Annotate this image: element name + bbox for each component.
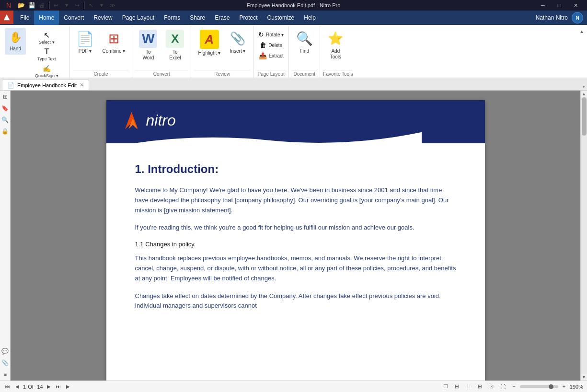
menu-file[interactable]: File	[15, 11, 34, 25]
title-bar-left: N 📂 💾 🖨 ↩ ▾ ↪ ↖ ▾ ≫	[4, 0, 117, 10]
play-button[interactable]: ▶	[64, 383, 72, 391]
to-excel-icon: X	[166, 30, 184, 48]
find-button[interactable]: 🔍 Find	[292, 28, 317, 56]
current-page: 1	[23, 384, 26, 390]
search-sidebar-icon[interactable]: 🔍	[1, 115, 10, 124]
pages-icon[interactable]: ⊞	[1, 92, 10, 101]
select-button[interactable]: ↖ Select ▾	[27, 30, 67, 46]
print-icon[interactable]: 🖨	[37, 0, 47, 10]
to-excel-button[interactable]: X ToExcel	[162, 28, 188, 63]
add-tools-button[interactable]: ⭐ AddTools	[323, 28, 348, 62]
undo-icon[interactable]: ↩	[51, 0, 61, 10]
menu-forms[interactable]: Forms	[159, 11, 185, 25]
scroll-thumb[interactable]	[582, 97, 587, 136]
pdf-button[interactable]: 📄 PDF ▾	[73, 28, 98, 56]
annotation-icon[interactable]: 💬	[1, 347, 10, 356]
combine-label: Combine ▾	[103, 48, 126, 54]
insert-button[interactable]: 📎 Insert ▾	[225, 28, 250, 56]
quick-access-toolbar: 📂 💾 🖨 ↩ ▾ ↪ ↖ ▾ ≫	[16, 0, 117, 10]
menu-customize[interactable]: Customize	[263, 11, 299, 25]
save-icon[interactable]: 💾	[27, 0, 36, 10]
rotate-icon: ↻	[258, 31, 264, 38]
menu-share[interactable]: Share	[185, 11, 210, 25]
minimize-button[interactable]: ─	[535, 0, 551, 11]
pointer-icon[interactable]: ↖	[86, 0, 96, 10]
right-scrollbar[interactable]: ▲ ▼	[580, 91, 587, 380]
view-fit-button[interactable]: ⊡	[487, 382, 496, 391]
add-tools-icon: ⭐	[327, 30, 344, 47]
open-icon[interactable]: 📂	[16, 0, 26, 10]
ribbon: ✋ Hand ↖ Select ▾ T Type Text ✍ Qu	[0, 25, 587, 78]
view-scroll-button[interactable]: ≡	[464, 382, 473, 391]
ribbon-collapse-button[interactable]: ▲	[578, 28, 585, 35]
left-sidebar: ⊞ 🔖 🔍 🔒 💬 📎 ≡	[0, 91, 11, 380]
to-word-button[interactable]: W ToWord	[135, 28, 161, 63]
delete-btn[interactable]: 🗑 Delete	[256, 40, 286, 50]
customize-icon[interactable]: ≫	[107, 0, 117, 10]
maximize-button[interactable]: □	[552, 0, 567, 11]
extract-button[interactable]: 📤 Extract	[256, 51, 286, 60]
view-two-page-button[interactable]: ⊟	[453, 382, 461, 391]
doc-para4: Changes take effect on dates determined …	[135, 291, 456, 311]
bookmark-icon[interactable]: 🔖	[1, 104, 10, 113]
status-right: ☐ ⊟ ≡ ⊞ ⊡ ⛶ − + 190%	[441, 382, 583, 391]
favorite-tools-group-items: ⭐ AddTools	[323, 28, 353, 69]
menu-page-layout[interactable]: Page Layout	[117, 11, 159, 25]
menu-help[interactable]: Help	[299, 11, 321, 25]
combine-button[interactable]: ⊞ Combine ▾	[99, 28, 129, 56]
zoom-thumb	[549, 384, 553, 389]
ribbon-minimize-arrow[interactable]: ▾	[583, 84, 585, 90]
document-tab[interactable]: 📄 Employee Handbook Edit ✕	[2, 80, 89, 90]
menu-protect[interactable]: Protect	[235, 11, 263, 25]
quicksign-icon: ✍	[42, 64, 51, 73]
doc-para3: This handbook replaces previous employee…	[135, 254, 456, 283]
find-label: Find	[300, 48, 309, 54]
menu-erase[interactable]: Erase	[210, 11, 234, 25]
delete-label: Delete	[268, 43, 282, 48]
last-page-button[interactable]: ⏭	[55, 383, 62, 391]
rotate-button[interactable]: ↻ Rotate ▾	[256, 30, 286, 39]
scroll-up-arrow[interactable]: ▲	[581, 91, 587, 97]
next-page-button[interactable]: ▶	[45, 383, 53, 391]
lock-icon[interactable]: 🔒	[1, 127, 10, 136]
type-text-button[interactable]: T Type Text	[27, 46, 67, 62]
status-bar: ⏮ ◀ 1 OF 14 ▶ ⏭ ▶ ☐ ⊟ ≡ ⊞ ⊡ ⛶ − + 190%	[0, 380, 587, 392]
to-excel-label: ToExcel	[169, 49, 181, 61]
menu-review[interactable]: Review	[89, 11, 117, 25]
quicksign-button[interactable]: ✍ QuickSign ▾	[27, 63, 67, 79]
close-button[interactable]: ✕	[568, 0, 583, 11]
view-facing-button[interactable]: ⊞	[476, 382, 484, 391]
zoom-out-button[interactable]: −	[510, 383, 518, 391]
scroll-down-arrow[interactable]: ▼	[581, 374, 587, 380]
redo-icon[interactable]: ↪	[72, 0, 82, 10]
scroll-track[interactable]	[581, 97, 587, 374]
view-single-page-button[interactable]: ☐	[441, 382, 450, 391]
combine-icon: ⊞	[105, 30, 122, 47]
create-group: 📄 PDF ▾ ⊞ Combine ▾ Create	[70, 26, 133, 78]
attachments-icon[interactable]: 📎	[1, 358, 10, 367]
ribbon-content: ✋ Hand ↖ Select ▾ T Type Text ✍ Qu	[0, 25, 587, 78]
zoom-in-button[interactable]: +	[560, 383, 568, 391]
highlight-button[interactable]: A Highlight ▾	[194, 28, 224, 58]
menu-convert[interactable]: Convert	[59, 11, 89, 25]
page-of-label: OF	[28, 384, 35, 390]
view-full-button[interactable]: ⛶	[499, 382, 507, 391]
first-page-button[interactable]: ⏮	[4, 383, 12, 391]
menu-home[interactable]: Home	[34, 11, 59, 25]
user-avatar[interactable]: N	[572, 12, 583, 23]
zoom-slider[interactable]	[520, 385, 558, 388]
review-group: A Highlight ▾ 📎 Insert ▾ Review	[191, 26, 253, 78]
layers-icon[interactable]: ≡	[1, 370, 10, 379]
zoom-level: 190%	[570, 384, 583, 390]
pointer-dropdown-icon[interactable]: ▾	[97, 0, 106, 10]
tab-close-button[interactable]: ✕	[80, 82, 84, 88]
doc-scroll[interactable]: nitro 1. Introduction: Welcome to My Com…	[11, 91, 580, 380]
hand-button[interactable]: ✋ Hand	[5, 28, 26, 55]
prev-page-button[interactable]: ◀	[13, 383, 21, 391]
tab-bar: 📄 Employee Handbook Edit ✕ ▾	[0, 78, 587, 91]
select-icon: ↖	[42, 31, 51, 39]
pdf-label: PDF ▾	[79, 48, 92, 54]
zoom-control: − + 190%	[510, 383, 583, 391]
pdf-page: nitro 1. Introduction: Welcome to My Com…	[106, 100, 485, 380]
to-word-icon: W	[139, 30, 157, 48]
